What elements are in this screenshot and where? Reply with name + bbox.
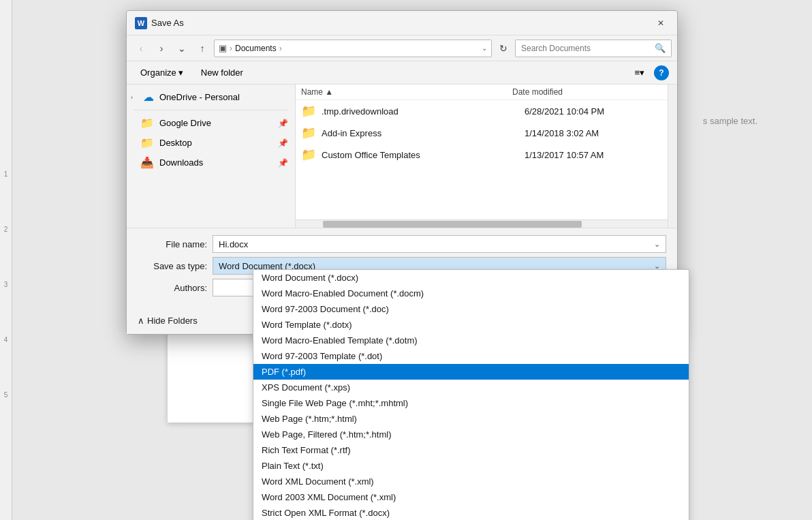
file-row[interactable]: 📁 Add-in Express 1/14/2018 3:02 AM <box>296 122 668 144</box>
file-name: .tmp.drivedownload <box>322 106 519 117</box>
address-path: Documents <box>235 44 277 53</box>
folder-icon-downloads: 📥 <box>140 156 154 169</box>
forward-button[interactable]: › <box>153 40 170 57</box>
vertical-scroll-divider <box>668 85 677 228</box>
sidebar-item-label-desktop: Desktop <box>159 138 192 148</box>
sidebar-divider <box>134 110 288 110</box>
help-button[interactable]: ? <box>654 65 669 80</box>
onedrive-cloud-icon: ☁ <box>143 91 154 104</box>
filename-dropdown-icon[interactable]: ⌄ <box>654 240 660 249</box>
file-name: Custom Office Templates <box>322 150 519 160</box>
dropdown-option[interactable]: Word Template (*.dotx) <box>253 317 689 333</box>
filetype-dropdown[interactable]: Word Document (*.docx) Word Macro-Enable… <box>253 269 689 520</box>
ruler: 1 2 3 4 5 <box>0 0 12 520</box>
search-icon[interactable]: 🔍 <box>655 43 666 53</box>
sidebar-item-downloads[interactable]: 📥 Downloads 📌 <box>127 153 295 172</box>
folder-icon-desktop: 📁 <box>140 136 154 149</box>
close-button[interactable]: ✕ <box>653 15 669 31</box>
title-bar: W Save As ✕ <box>127 11 677 35</box>
file-date: 6/28/2021 10:04 PM <box>525 106 662 117</box>
dropdown-option[interactable]: Word Macro-Enabled Template (*.dotm) <box>253 333 689 348</box>
filename-label: File name: <box>138 239 213 249</box>
hide-folders-button[interactable]: ∧ Hide Folders <box>138 316 198 326</box>
file-list-header: Name ▲ Date modified <box>296 85 668 100</box>
column-header-modified[interactable]: Date modified <box>512 87 662 97</box>
dropdown-option[interactable]: Word Document (*.docx) <box>253 270 689 286</box>
background-sample-text: s sample text. <box>703 116 758 126</box>
file-list: 📁 .tmp.drivedownload 6/28/2021 10:04 PM … <box>296 100 668 219</box>
column-header-name[interactable]: Name ▲ <box>301 87 512 97</box>
dropdown-option[interactable]: Rich Text Format (*.rtf) <box>253 442 689 458</box>
authors-label: Authors: <box>138 283 213 293</box>
dropdown-option[interactable]: Word XML Document (*.xml) <box>253 474 689 489</box>
dropdown-option[interactable]: Strict Open XML Format (*.docx) <box>253 505 689 520</box>
filename-input[interactable]: Hi.docx ⌄ <box>213 235 666 253</box>
sidebar: › ☁ OneDrive - Personal 📁 Google Drive 📌… <box>127 85 296 228</box>
organize-button[interactable]: Organize ▾ <box>135 65 189 80</box>
navigation-toolbar: ‹ › ⌄ ↑ ▣ › Documents › ⌄ ↻ 🔍 <box>127 35 677 61</box>
search-input[interactable] <box>521 44 651 53</box>
file-name: Add-in Express <box>322 128 519 138</box>
address-sep1: › <box>230 44 232 53</box>
dropdown-option[interactable]: Web Page (*.htm;*.html) <box>253 411 689 427</box>
organize-arrow-icon: ▾ <box>178 67 183 78</box>
dropdown-option[interactable]: Word Macro-Enabled Document (*.docm) <box>253 286 689 301</box>
file-icon: 📁 <box>301 125 316 140</box>
back-button[interactable]: ‹ <box>132 40 150 57</box>
sidebar-item-desktop[interactable]: 📁 Desktop 📌 <box>127 133 295 153</box>
sidebar-item-label-googledrive: Google Drive <box>159 118 211 128</box>
dropdown-option[interactable]: XPS Document (*.xps) <box>253 380 689 395</box>
dropdown-option[interactable]: Word 2003 XML Document (*.xml) <box>253 489 689 505</box>
refresh-button[interactable]: ↻ <box>495 40 512 57</box>
filename-value: Hi.docx <box>219 239 654 249</box>
view-arrow-icon: ▾ <box>640 67 644 78</box>
dropdown-option[interactable]: Single File Web Page (*.mht;*.mhtml) <box>253 395 689 411</box>
search-box[interactable]: 🔍 <box>515 40 672 57</box>
address-sep2: › <box>279 44 282 53</box>
sidebar-item-onedrive[interactable]: › ☁ OneDrive - Personal <box>127 87 295 107</box>
address-bar[interactable]: ▣ › Documents › ⌄ <box>214 40 492 57</box>
dialog-title: Save As <box>151 18 184 28</box>
view-button[interactable]: ≡ ▾ <box>631 64 649 82</box>
pin-icon-googledrive: 📌 <box>278 119 288 128</box>
dropdown-button[interactable]: ⌄ <box>173 40 191 57</box>
dropdown-option[interactable]: Word 97-2003 Document (*.doc) <box>253 301 689 317</box>
folder-icon-googledrive: 📁 <box>140 117 154 129</box>
file-date: 1/14/2018 3:02 AM <box>525 128 662 138</box>
horizontal-scrollbar[interactable] <box>296 219 668 228</box>
dropdown-option[interactable]: Word 97-2003 Template (*.dot) <box>253 348 689 364</box>
col-modified-label: Date modified <box>512 87 563 97</box>
view-icon: ≡ <box>635 67 640 78</box>
hide-folders-chevron-icon: ∧ <box>138 316 144 326</box>
filename-row: File name: Hi.docx ⌄ <box>138 235 666 253</box>
file-icon: 📁 <box>301 104 316 119</box>
address-dropdown-icon: ⌄ <box>482 44 487 52</box>
file-icon: 📁 <box>301 147 316 162</box>
filetype-label: Save as type: <box>138 261 213 271</box>
hide-folders-label: Hide Folders <box>147 316 198 326</box>
sidebar-item-label-onedrive: OneDrive - Personal <box>159 92 240 102</box>
dropdown-option[interactable]: Plain Text (*.txt) <box>253 458 689 474</box>
organize-toolbar: Organize ▾ New folder ≡ ▾ ? <box>127 61 677 85</box>
title-bar-left: W Save As <box>135 17 184 29</box>
dropdown-option[interactable]: Web Page, Filtered (*.htm;*.html) <box>253 427 689 442</box>
new-folder-button[interactable]: New folder <box>194 65 250 80</box>
file-row[interactable]: 📁 .tmp.drivedownload 6/28/2021 10:04 PM <box>296 100 668 122</box>
file-list-area: Name ▲ Date modified 📁 .tmp.drivedownloa… <box>296 85 668 228</box>
sidebar-item-googledrive[interactable]: 📁 Google Drive 📌 <box>127 113 295 133</box>
dropdown-option-selected[interactable]: PDF (*.pdf) <box>253 364 689 380</box>
pin-icon-desktop: 📌 <box>278 138 288 148</box>
expand-icon: › <box>131 94 138 101</box>
up-button[interactable]: ↑ <box>193 40 211 57</box>
file-row[interactable]: 📁 Custom Office Templates 1/13/2017 10:5… <box>296 144 668 166</box>
file-date: 1/13/2017 10:57 AM <box>525 150 662 160</box>
pin-icon-downloads: 📌 <box>278 158 288 168</box>
word-icon: W <box>135 17 147 29</box>
main-content: › ☁ OneDrive - Personal 📁 Google Drive 📌… <box>127 85 677 228</box>
sidebar-item-label-downloads: Downloads <box>159 157 203 168</box>
window-controls: ✕ <box>653 15 669 31</box>
scrollbar-thumb[interactable] <box>323 221 582 228</box>
address-icon: ▣ <box>219 43 227 53</box>
organize-label: Organize <box>140 67 176 78</box>
col-name-label: Name <box>301 87 323 97</box>
